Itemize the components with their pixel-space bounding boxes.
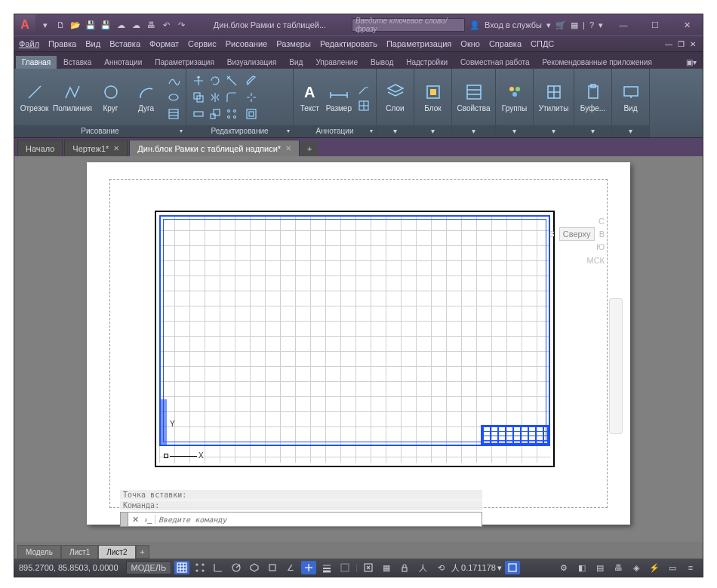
offset-icon[interactable]: [244, 106, 259, 122]
plot-icon[interactable]: 🖶: [144, 18, 158, 32]
command-input[interactable]: [155, 516, 482, 524]
ribbon-tab-visualize[interactable]: Визуализация: [221, 56, 282, 69]
quick-properties-icon[interactable]: 🖶: [611, 561, 626, 574]
stretch-icon[interactable]: [191, 106, 206, 122]
viewport-scale-lock-icon[interactable]: [397, 561, 412, 574]
menu-edit[interactable]: Правка: [48, 39, 76, 48]
drawing-area[interactable]: Y X С З Сверху В Ю МСК Точка вставки: Ко…: [14, 156, 703, 542]
layers-button[interactable]: Слои: [381, 82, 409, 112]
undo-icon[interactable]: ↶: [159, 18, 173, 32]
file-tab-start[interactable]: Начало: [17, 140, 63, 156]
ellipse-icon[interactable]: [166, 90, 181, 105]
app-logo[interactable]: A: [14, 14, 35, 35]
save-icon[interactable]: 💾: [84, 18, 97, 32]
line-button[interactable]: Отрезок: [19, 82, 50, 112]
help-icon[interactable]: ?: [589, 20, 594, 29]
rotate-icon[interactable]: [208, 73, 223, 88]
frame-block[interactable]: [159, 215, 550, 446]
layout-tab-sheet1[interactable]: Лист1: [61, 545, 98, 559]
scale-icon[interactable]: [208, 106, 223, 122]
annotation-monitor-icon[interactable]: ◧: [574, 561, 589, 574]
properties-button[interactable]: Свойства: [457, 82, 491, 112]
utilities-button[interactable]: Утилиты: [538, 82, 569, 112]
mdi-min-icon[interactable]: —: [663, 38, 674, 49]
mdi-restore-icon[interactable]: ❐: [675, 38, 686, 49]
menu-modify[interactable]: Редактировать: [320, 39, 377, 48]
otrack-toggle-icon[interactable]: [301, 561, 316, 574]
panel-draw-label[interactable]: Рисование: [14, 125, 186, 137]
maximize-button[interactable]: ☐: [639, 14, 671, 35]
isolate-objects-icon[interactable]: ◈: [629, 561, 644, 574]
clipboard-button[interactable]: Буфе...: [579, 82, 607, 112]
isoplane-icon[interactable]: [247, 561, 262, 574]
ribbon-tab-addins[interactable]: Надстройки: [400, 56, 454, 69]
app-store-icon[interactable]: ▦: [571, 20, 578, 30]
user-icon[interactable]: 👤: [469, 20, 480, 30]
customize-status-icon[interactable]: ≡: [683, 561, 698, 574]
menu-help[interactable]: Справка: [489, 39, 522, 48]
menu-draw[interactable]: Рисование: [226, 39, 267, 48]
cmdline-grip-icon[interactable]: [121, 513, 128, 526]
redo-icon[interactable]: ↷: [174, 18, 188, 32]
signin-dd-icon[interactable]: ▾: [546, 20, 551, 30]
panel-edit-label[interactable]: Редактирование: [186, 125, 293, 137]
array-icon[interactable]: [224, 106, 239, 122]
menu-window[interactable]: Окно: [460, 39, 480, 48]
arc-button[interactable]: Дуга: [131, 82, 162, 112]
max-viewport-icon[interactable]: [361, 561, 376, 574]
polar-toggle-icon[interactable]: [229, 561, 244, 574]
ribbon-tab-manage[interactable]: Управление: [309, 56, 364, 69]
hardware-accel-icon[interactable]: ⚡: [647, 561, 662, 574]
panel-layers-expand[interactable]: ▾: [377, 125, 414, 137]
copy-icon[interactable]: [191, 90, 206, 105]
cmdline-history-icon[interactable]: ›_: [142, 515, 155, 524]
layout-tab-model[interactable]: Модель: [17, 545, 61, 559]
explode-icon[interactable]: [244, 90, 259, 105]
cart-icon[interactable]: 🛒: [555, 20, 566, 30]
spline-icon[interactable]: [166, 73, 181, 88]
ortho-toggle-icon[interactable]: [211, 561, 226, 574]
open-icon[interactable]: 📂: [69, 18, 82, 32]
units-icon[interactable]: ▤: [592, 561, 608, 574]
panel-block-expand[interactable]: ▾: [414, 125, 451, 137]
close-button[interactable]: ✕: [671, 14, 703, 35]
minimize-button[interactable]: —: [608, 14, 639, 35]
new-icon[interactable]: 🗋: [54, 18, 67, 32]
panel-groups-expand[interactable]: ▾: [496, 125, 533, 137]
file-tab-drawing1[interactable]: Чертеж1*✕: [64, 140, 128, 156]
polyline-button[interactable]: Полилиния: [54, 82, 91, 112]
nav-bar[interactable]: [609, 298, 623, 434]
mirror-icon[interactable]: [208, 90, 223, 105]
circle-button[interactable]: Круг: [95, 82, 126, 112]
saveas-icon[interactable]: 💾: [99, 18, 112, 32]
help-dd-icon[interactable]: ▾: [599, 20, 603, 30]
ribbon-tab-collab[interactable]: Совместная работа: [454, 56, 536, 69]
dimension-button[interactable]: Размер: [326, 82, 352, 112]
cmdline-close-icon[interactable]: ✕: [128, 515, 142, 525]
viewport[interactable]: Y X: [155, 211, 555, 467]
ribbon-expand-icon[interactable]: ▣▾: [680, 56, 703, 69]
cloud-save-icon[interactable]: ☁: [129, 18, 143, 32]
menu-file[interactable]: Файл: [19, 39, 39, 48]
menu-tools[interactable]: Сервис: [188, 39, 217, 48]
panel-view-expand[interactable]: ▾: [612, 125, 649, 137]
groups-button[interactable]: Группы: [500, 82, 528, 112]
cloud-open-icon[interactable]: ☁: [114, 18, 128, 32]
annotation-visibility-icon[interactable]: 人: [415, 561, 430, 574]
selection-cycling-icon[interactable]: ▦: [379, 561, 394, 574]
ribbon-tab-annotate[interactable]: Аннотации: [98, 56, 148, 69]
block-button[interactable]: Блок: [419, 82, 447, 112]
table-icon[interactable]: [356, 98, 371, 113]
menu-spds[interactable]: СПДС: [531, 39, 554, 48]
erase-icon[interactable]: [244, 73, 259, 88]
panel-anno-label[interactable]: Аннотации: [294, 125, 376, 137]
file-tab-dynblock[interactable]: Дин.блок Рамки с таблицей надписи*✕: [129, 140, 300, 156]
ribbon-tab-featured[interactable]: Рекомендованные приложения: [537, 56, 658, 69]
grid-toggle-icon[interactable]: [174, 561, 189, 574]
text-button[interactable]: AТекст: [298, 82, 322, 112]
viewport-scale[interactable]: 人0.171178▾: [451, 562, 502, 574]
menu-format[interactable]: Формат: [149, 39, 179, 48]
help-search-input[interactable]: Введите ключевое слово/фразу: [352, 18, 465, 32]
transparency-icon[interactable]: [337, 561, 352, 574]
qat-menu-icon[interactable]: ▾: [38, 18, 52, 32]
